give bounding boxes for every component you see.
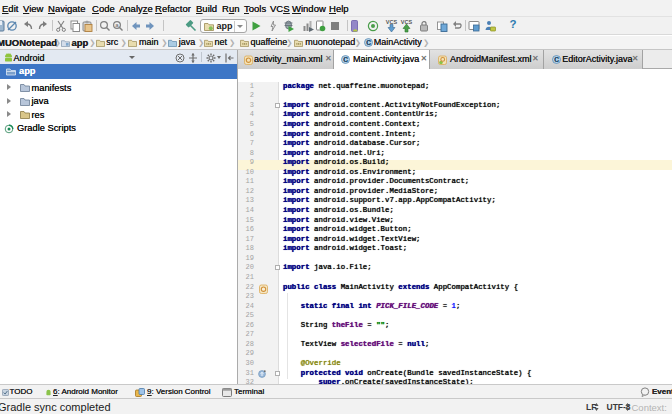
svg-text:VCS: VCS [385,19,397,25]
svg-text:VCS: VCS [401,19,413,25]
svg-text:C: C [344,56,349,63]
svg-text:C: C [366,39,371,46]
svg-text:C: C [554,56,559,63]
